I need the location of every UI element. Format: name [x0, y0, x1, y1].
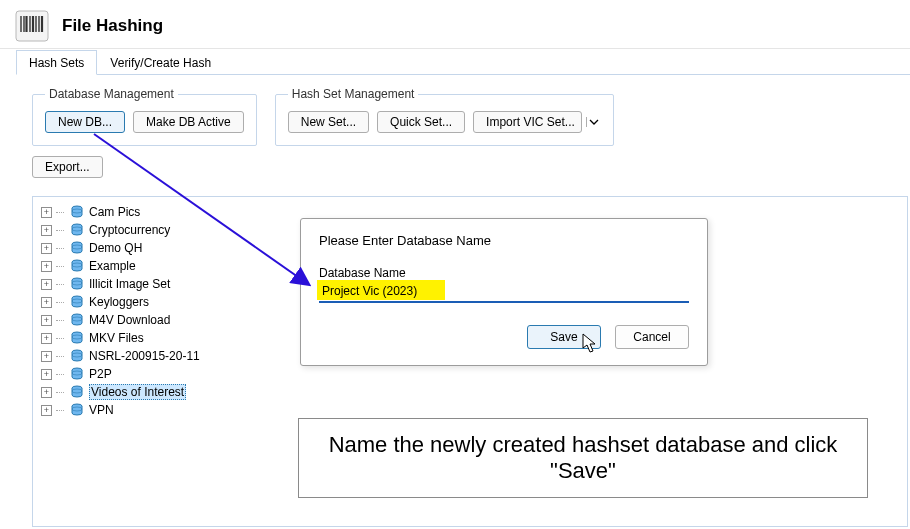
tree-expander[interactable]: +	[41, 333, 52, 344]
database-name-input[interactable]	[319, 282, 689, 303]
tree-item-label: M4V Download	[89, 313, 170, 327]
tree-item[interactable]: +Example	[41, 257, 281, 275]
database-icon	[70, 403, 84, 417]
tree-item[interactable]: +VPN	[41, 401, 281, 419]
tree-expander[interactable]: +	[41, 315, 52, 326]
dialog-field-label: Database Name	[319, 266, 689, 280]
tree-item-label: Illicit Image Set	[89, 277, 170, 291]
tree-expander[interactable]: +	[41, 261, 52, 272]
tree-item[interactable]: +MKV Files	[41, 329, 281, 347]
instruction-caption: Name the newly created hashset database …	[298, 418, 868, 498]
database-tree[interactable]: +Cam Pics+Cryptocurrency+Demo QH+Example…	[41, 203, 281, 419]
database-icon	[70, 367, 84, 381]
tree-item-label: P2P	[89, 367, 112, 381]
group-hashset-management: Hash Set Management New Set... Quick Set…	[275, 87, 614, 146]
tab-verify-create[interactable]: Verify/Create Hash	[97, 50, 224, 75]
tree-item-label: MKV Files	[89, 331, 144, 345]
tab-hash-sets[interactable]: Hash Sets	[16, 50, 97, 75]
tab-bar: Hash Sets Verify/Create Hash	[16, 49, 910, 75]
tree-expander[interactable]: +	[41, 297, 52, 308]
tree-item-label: Keyloggers	[89, 295, 149, 309]
tree-item[interactable]: +Cam Pics	[41, 203, 281, 221]
database-icon	[70, 241, 84, 255]
tree-item[interactable]: +Illicit Image Set	[41, 275, 281, 293]
tree-item[interactable]: +M4V Download	[41, 311, 281, 329]
page-header: File Hashing	[0, 0, 910, 49]
database-icon	[70, 277, 84, 291]
database-icon	[70, 349, 84, 363]
tree-expander[interactable]: +	[41, 351, 52, 362]
tree-item[interactable]: +Demo QH	[41, 239, 281, 257]
page-title: File Hashing	[62, 16, 163, 36]
barcode-icon	[14, 8, 50, 44]
dialog-title: Please Enter Database Name	[319, 233, 689, 248]
tree-expander[interactable]: +	[41, 369, 52, 380]
chevron-down-icon	[589, 117, 599, 127]
database-icon	[70, 205, 84, 219]
quick-set-button[interactable]: Quick Set...	[377, 111, 465, 133]
tree-expander[interactable]: +	[41, 225, 52, 236]
database-icon	[70, 385, 84, 399]
cancel-button[interactable]: Cancel	[615, 325, 689, 349]
save-button[interactable]: Save	[527, 325, 601, 349]
new-set-button[interactable]: New Set...	[288, 111, 369, 133]
database-icon	[70, 331, 84, 345]
database-icon	[70, 223, 84, 237]
export-button[interactable]: Export...	[32, 156, 103, 178]
tree-item[interactable]: +P2P	[41, 365, 281, 383]
database-name-dialog: Please Enter Database Name Database Name…	[300, 218, 708, 366]
tree-expander[interactable]: +	[41, 207, 52, 218]
tree-item[interactable]: +NSRL-200915-20-11	[41, 347, 281, 365]
tree-item-label: Videos of Interest	[89, 384, 186, 400]
tree-item[interactable]: +Videos of Interest	[41, 383, 281, 401]
tree-item-label: VPN	[89, 403, 114, 417]
make-db-active-button[interactable]: Make DB Active	[133, 111, 244, 133]
tree-item-label: Cryptocurrency	[89, 223, 170, 237]
tree-expander[interactable]: +	[41, 405, 52, 416]
tree-expander[interactable]: +	[41, 243, 52, 254]
database-icon	[70, 313, 84, 327]
group-legend-db: Database Management	[45, 87, 178, 101]
toolbar-row: Database Management New DB... Make DB Ac…	[0, 75, 910, 146]
group-legend-hashset: Hash Set Management	[288, 87, 419, 101]
tree-item-label: Cam Pics	[89, 205, 140, 219]
database-icon	[70, 259, 84, 273]
tree-item[interactable]: +Keyloggers	[41, 293, 281, 311]
tree-expander[interactable]: +	[41, 279, 52, 290]
tree-item[interactable]: +Cryptocurrency	[41, 221, 281, 239]
tree-item-label: Demo QH	[89, 241, 142, 255]
tree-expander[interactable]: +	[41, 387, 52, 398]
tree-item-label: Example	[89, 259, 136, 273]
import-vic-dropdown[interactable]	[586, 117, 601, 127]
import-vic-label: Import VIC Set...	[486, 115, 575, 129]
group-database-management: Database Management New DB... Make DB Ac…	[32, 87, 257, 146]
new-db-button[interactable]: New DB...	[45, 111, 125, 133]
tree-item-label: NSRL-200915-20-11	[89, 349, 200, 363]
import-vic-set-button[interactable]: Import VIC Set...	[473, 111, 582, 133]
database-icon	[70, 295, 84, 309]
